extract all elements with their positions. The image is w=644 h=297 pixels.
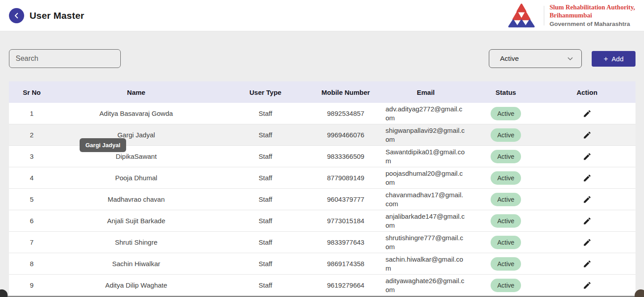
status-badge: Active (491, 171, 521, 185)
cell-action (538, 193, 636, 206)
cell-name: Anjali Sujit Barkade (55, 217, 218, 225)
col-header-action: Action (538, 89, 636, 96)
edit-button[interactable] (581, 215, 593, 227)
cell-status: Active (473, 236, 538, 249)
cell-sr-no: 5 (9, 195, 55, 203)
status-badge: Active (491, 279, 521, 292)
col-header-email: Email (378, 89, 473, 96)
edit-button[interactable] (581, 172, 593, 184)
edit-button[interactable] (581, 279, 593, 292)
edit-button[interactable] (581, 236, 593, 249)
status-badge: Active (491, 193, 521, 206)
cell-action (538, 107, 636, 120)
cell-action (538, 279, 636, 292)
status-filter-value: Active (500, 55, 519, 63)
add-button[interactable]: + Add (592, 51, 636, 67)
col-header-name: Name (55, 89, 218, 96)
table-body: 1 Aditya Basavaraj Gowda Staff 989253485… (9, 103, 636, 296)
org-text-block: Slum Rehabilitation Authority, Brihanmum… (550, 3, 635, 28)
edit-pencil-icon (583, 177, 592, 184)
table-row: 5 Madhavrao chavan Staff 9604379777 chav… (9, 189, 636, 210)
edit-button[interactable] (581, 107, 593, 120)
table-row: 9 Aditya Dilip Waghate Staff 9619279664 … (9, 275, 636, 296)
cell-sr-no: 3 (9, 153, 55, 160)
cell-mobile-number: 9892534857 (313, 110, 378, 117)
cell-name: Sachin Hiwalkar (55, 260, 218, 267)
logo-divider (544, 6, 544, 25)
cell-name: Pooja Dhumal (55, 174, 218, 182)
status-badge: Active (491, 128, 521, 142)
edit-pencil-icon (583, 134, 592, 141)
main-content: Active + Add Sr No Name User Type Mobile… (0, 49, 644, 296)
cell-user-type: Staff (218, 153, 313, 160)
cell-action (538, 129, 636, 141)
chevron-left-icon (12, 11, 21, 20)
cell-email: adv.adityag2772@gmail.com (378, 105, 473, 123)
cell-mobile-number: 9833366509 (313, 153, 378, 160)
search-input[interactable] (9, 49, 121, 68)
cell-status: Active (473, 171, 538, 185)
edit-button[interactable] (581, 150, 593, 163)
chevron-down-icon (565, 54, 575, 64)
edit-button[interactable] (581, 193, 593, 206)
cell-email: poojasdhumal20@gmail.com (378, 169, 473, 187)
org-name-line1: Slum Rehabilitation Authority, (550, 3, 635, 11)
plus-icon: + (604, 55, 608, 63)
cell-email: chavanmadhav17@gmail.com (378, 191, 473, 208)
org-logo-block: Slum Rehabilitation Authority, Brihanmum… (504, 3, 635, 28)
cell-status: Active (473, 257, 538, 271)
cell-mobile-number: 9604379777 (313, 195, 378, 203)
org-subtitle: Government of Maharashtra (550, 20, 635, 28)
table-row: 8 Sachin Hiwalkar Staff 9869174358 sachi… (9, 253, 636, 275)
user-table: Sr No Name User Type Mobile Number Email… (9, 81, 636, 296)
cell-user-type: Staff (218, 174, 313, 182)
name-tooltip: Gargi Jadyal (80, 138, 126, 152)
cell-sr-no: 4 (9, 174, 55, 182)
cell-status: Active (473, 107, 538, 120)
cell-mobile-number: 9869174358 (313, 260, 378, 267)
cell-status: Active (473, 150, 538, 163)
cell-mobile-number: 9619279664 (313, 281, 378, 289)
cell-user-type: Staff (218, 217, 313, 225)
cell-status: Active (473, 279, 538, 292)
edit-button[interactable] (581, 129, 593, 141)
edit-pencil-icon (583, 199, 592, 205)
table-row: 4 Pooja Dhumal Staff 8779089149 poojasdh… (9, 167, 636, 189)
edit-pencil-icon (583, 156, 592, 162)
cell-mobile-number: 9773015184 (313, 217, 378, 225)
table-row: 6 Anjali Sujit Barkade Staff 9773015184 … (9, 210, 636, 232)
status-badge: Active (491, 150, 521, 163)
col-header-status: Status (473, 89, 538, 96)
edit-pencil-icon (583, 242, 592, 248)
cell-sr-no: 1 (9, 110, 55, 117)
cell-status: Active (473, 128, 538, 142)
status-badge: Active (491, 236, 521, 249)
col-header-mobile: Mobile Number (313, 89, 378, 96)
cell-name: Madhavrao chavan (55, 195, 218, 203)
status-badge: Active (491, 257, 521, 271)
cell-action (538, 150, 636, 163)
cell-user-type: Staff (218, 131, 313, 139)
edit-pencil-icon (583, 263, 592, 270)
cell-sr-no: 8 (9, 260, 55, 267)
cell-mobile-number: 8779089149 (313, 174, 378, 182)
sra-triangles-logo-icon (504, 3, 538, 28)
cell-name: Shruti Shingre (55, 238, 218, 246)
status-filter-select[interactable]: Active (489, 49, 582, 68)
edit-button[interactable] (581, 258, 593, 270)
cell-email: sachin.hiwalkar@gmail.com (378, 255, 473, 273)
cell-status: Active (473, 214, 538, 228)
back-button[interactable] (9, 8, 24, 23)
col-header-sr-no: Sr No (9, 89, 55, 96)
cell-user-type: Staff (218, 110, 313, 117)
cell-sr-no: 2 (9, 131, 55, 139)
cell-mobile-number: 9969466076 (313, 131, 378, 139)
status-badge: Active (491, 214, 521, 228)
cell-name: DipikaSawant (55, 153, 218, 160)
cell-user-type: Staff (218, 281, 313, 289)
cell-action (538, 236, 636, 249)
edit-pencil-icon (583, 113, 592, 119)
cell-email: Sawantdipika01@gmail.com (378, 148, 473, 165)
cell-mobile-number: 9833977643 (313, 238, 378, 246)
cell-name: Aditya Dilip Waghate (55, 281, 218, 289)
